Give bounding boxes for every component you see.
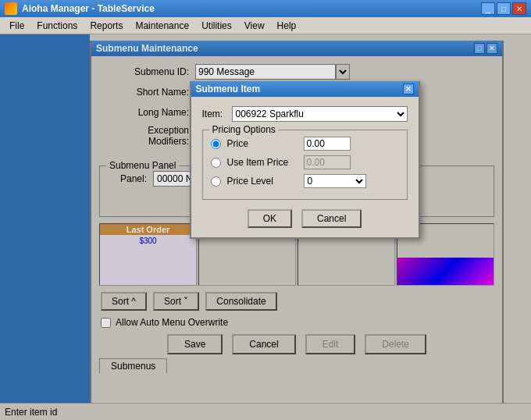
minimize-button[interactable]: _ [481,2,495,15]
app-icon [5,2,17,15]
menu-help[interactable]: Help [271,19,303,33]
app-window: Submenu Maintenance □ ✕ Submenu ID: Shor… [0,34,531,420]
item-select[interactable]: 006922 Sparkflu [232,106,408,122]
pricing-options-title: Pricing Options [209,124,279,135]
dialog-close-button[interactable]: ✕ [403,84,414,94]
menu-utilities[interactable]: Utilities [195,19,238,33]
price-level-label: Price Level [227,176,298,187]
close-button[interactable]: ✕ [512,2,526,15]
submenu-item-dialog: Submenu Item ✕ Item: 006922 Sparkflu Pri… [190,81,420,239]
title-bar: Aloha Manager - TableService _ □ ✕ [0,0,531,17]
price-radio-row: Price [211,137,399,151]
price-radio[interactable] [211,139,221,149]
item-label: Item: [202,109,226,119]
price-level-radio-row: Price Level 0 [211,174,399,188]
price-radio-label: Price [227,138,298,149]
use-item-price-input [304,155,351,169]
menu-maintenance[interactable]: Maintenance [129,19,195,33]
app-title: Aloha Manager - TableService [22,3,155,14]
menu-file[interactable]: File [3,19,30,33]
use-item-price-label: Use Item Price [227,157,298,168]
menu-bar: File Functions Reports Maintenance Utili… [0,17,531,34]
price-level-select[interactable]: 0 [304,174,366,188]
use-item-price-radio-row: Use Item Price [211,155,399,169]
title-bar-title: Aloha Manager - TableService [5,2,155,15]
price-input[interactable] [304,137,351,151]
title-bar-controls: _ □ ✕ [481,2,526,15]
dialog-buttons: OK Cancel [202,209,408,228]
dialog-title: Submenu Item [196,84,261,94]
menu-reports[interactable]: Reports [84,19,129,33]
dialog-cancel-button[interactable]: Cancel [301,209,362,228]
pricing-options-group: Pricing Options Price Use Item Price [202,130,408,200]
use-item-price-radio[interactable] [211,158,221,168]
price-level-radio[interactable] [211,176,221,187]
menu-functions[interactable]: Functions [30,19,84,33]
ok-button[interactable]: OK [248,209,292,228]
menu-view[interactable]: View [238,19,271,33]
maximize-button[interactable]: □ [497,2,511,15]
modal-overlay: Submenu Item ✕ Item: 006922 Sparkflu Pri… [0,34,531,420]
dialog-body: Item: 006922 Sparkflu Pricing Options Pr… [191,97,419,237]
item-row: Item: 006922 Sparkflu [202,106,408,122]
dialog-title-bar: Submenu Item ✕ [191,81,419,97]
